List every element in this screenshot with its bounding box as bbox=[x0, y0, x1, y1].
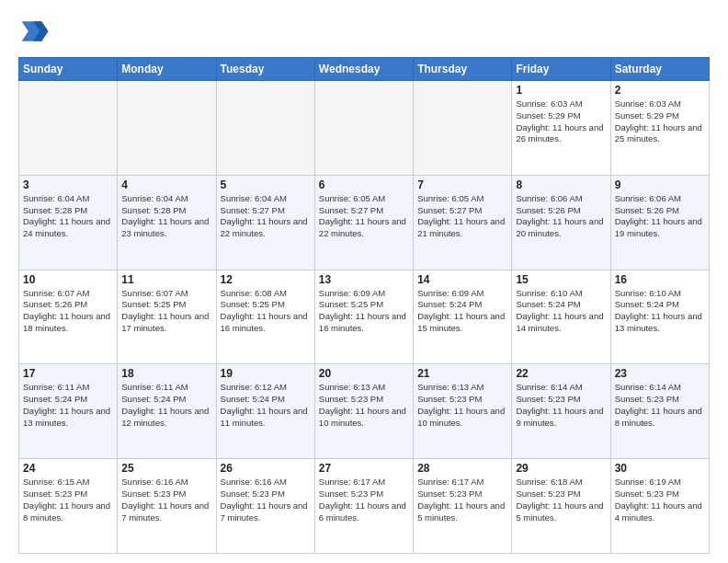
day-info: Sunrise: 6:15 AM Sunset: 5:23 PM Dayligh… bbox=[23, 477, 113, 523]
day-info: Sunrise: 6:04 AM Sunset: 5:28 PM Dayligh… bbox=[23, 193, 113, 240]
day-info: Sunrise: 6:12 AM Sunset: 5:24 PM Dayligh… bbox=[221, 382, 311, 429]
day-cell bbox=[414, 81, 512, 176]
logo-icon bbox=[18, 15, 51, 48]
day-cell: 5Sunrise: 6:04 AM Sunset: 5:27 PM Daylig… bbox=[216, 175, 314, 270]
week-row-5: 24Sunrise: 6:15 AM Sunset: 5:23 PM Dayli… bbox=[19, 459, 710, 554]
day-number: 18 bbox=[121, 367, 211, 380]
logo bbox=[18, 15, 57, 48]
day-number: 26 bbox=[221, 462, 311, 475]
day-info: Sunrise: 6:13 AM Sunset: 5:23 PM Dayligh… bbox=[319, 382, 409, 429]
day-number: 12 bbox=[221, 273, 311, 286]
day-number: 23 bbox=[615, 367, 705, 380]
day-info: Sunrise: 6:07 AM Sunset: 5:25 PM Dayligh… bbox=[121, 288, 211, 335]
day-info: Sunrise: 6:11 AM Sunset: 5:24 PM Dayligh… bbox=[23, 382, 113, 429]
weekday-sunday: Sunday bbox=[19, 58, 118, 81]
day-number: 5 bbox=[221, 178, 311, 191]
day-number: 10 bbox=[23, 273, 113, 286]
weekday-thursday: Thursday bbox=[414, 58, 512, 81]
day-info: Sunrise: 6:17 AM Sunset: 5:23 PM Dayligh… bbox=[417, 477, 507, 523]
day-number: 21 bbox=[417, 367, 507, 380]
day-info: Sunrise: 6:11 AM Sunset: 5:24 PM Dayligh… bbox=[121, 382, 211, 429]
day-cell: 20Sunrise: 6:13 AM Sunset: 5:23 PM Dayli… bbox=[314, 364, 413, 459]
day-info: Sunrise: 6:17 AM Sunset: 5:23 PM Dayligh… bbox=[319, 477, 409, 523]
day-cell: 24Sunrise: 6:15 AM Sunset: 5:23 PM Dayli… bbox=[19, 459, 118, 554]
day-cell: 10Sunrise: 6:07 AM Sunset: 5:26 PM Dayli… bbox=[19, 270, 118, 364]
day-cell: 17Sunrise: 6:11 AM Sunset: 5:24 PM Dayli… bbox=[19, 364, 118, 459]
day-cell: 25Sunrise: 6:16 AM Sunset: 5:23 PM Dayli… bbox=[118, 459, 216, 554]
day-cell: 8Sunrise: 6:06 AM Sunset: 5:26 PM Daylig… bbox=[512, 175, 610, 270]
day-info: Sunrise: 6:16 AM Sunset: 5:23 PM Dayligh… bbox=[121, 477, 211, 523]
day-number: 6 bbox=[319, 178, 409, 191]
day-number: 19 bbox=[221, 367, 311, 380]
day-number: 22 bbox=[516, 367, 606, 380]
day-cell bbox=[19, 81, 118, 176]
day-cell: 18Sunrise: 6:11 AM Sunset: 5:24 PM Dayli… bbox=[118, 364, 216, 459]
day-number: 7 bbox=[417, 178, 507, 191]
day-info: Sunrise: 6:06 AM Sunset: 5:26 PM Dayligh… bbox=[615, 193, 705, 240]
day-info: Sunrise: 6:19 AM Sunset: 5:23 PM Dayligh… bbox=[615, 477, 705, 523]
weekday-friday: Friday bbox=[512, 58, 610, 81]
calendar: SundayMondayTuesdayWednesdayThursdayFrid… bbox=[18, 57, 710, 554]
day-number: 28 bbox=[417, 462, 507, 475]
day-cell: 23Sunrise: 6:14 AM Sunset: 5:23 PM Dayli… bbox=[610, 364, 709, 459]
day-cell: 1Sunrise: 6:03 AM Sunset: 5:29 PM Daylig… bbox=[512, 81, 610, 176]
day-number: 17 bbox=[23, 367, 113, 380]
day-number: 24 bbox=[23, 462, 113, 475]
day-info: Sunrise: 6:07 AM Sunset: 5:26 PM Dayligh… bbox=[23, 288, 113, 335]
day-number: 4 bbox=[121, 178, 211, 191]
day-number: 27 bbox=[319, 462, 409, 475]
weekday-monday: Monday bbox=[118, 58, 216, 81]
day-info: Sunrise: 6:10 AM Sunset: 5:24 PM Dayligh… bbox=[516, 288, 606, 335]
week-row-1: 1Sunrise: 6:03 AM Sunset: 5:29 PM Daylig… bbox=[19, 81, 710, 176]
day-info: Sunrise: 6:06 AM Sunset: 5:26 PM Dayligh… bbox=[516, 193, 606, 240]
day-info: Sunrise: 6:18 AM Sunset: 5:23 PM Dayligh… bbox=[516, 477, 606, 523]
day-number: 9 bbox=[615, 178, 705, 191]
day-number: 3 bbox=[23, 178, 113, 191]
day-number: 20 bbox=[319, 367, 409, 380]
day-number: 2 bbox=[615, 84, 705, 97]
day-cell: 22Sunrise: 6:14 AM Sunset: 5:23 PM Dayli… bbox=[512, 364, 610, 459]
day-info: Sunrise: 6:03 AM Sunset: 5:29 PM Dayligh… bbox=[516, 98, 606, 145]
week-row-3: 10Sunrise: 6:07 AM Sunset: 5:26 PM Dayli… bbox=[19, 270, 710, 364]
day-number: 8 bbox=[516, 178, 606, 191]
day-cell: 16Sunrise: 6:10 AM Sunset: 5:24 PM Dayli… bbox=[610, 270, 709, 364]
weekday-tuesday: Tuesday bbox=[216, 58, 314, 81]
day-cell: 11Sunrise: 6:07 AM Sunset: 5:25 PM Dayli… bbox=[118, 270, 216, 364]
page: SundayMondayTuesdayWednesdayThursdayFrid… bbox=[0, 0, 728, 563]
header bbox=[18, 15, 710, 48]
day-info: Sunrise: 6:05 AM Sunset: 5:27 PM Dayligh… bbox=[417, 193, 507, 240]
day-cell: 6Sunrise: 6:05 AM Sunset: 5:27 PM Daylig… bbox=[314, 175, 413, 270]
day-number: 16 bbox=[615, 273, 705, 286]
day-cell bbox=[216, 81, 314, 176]
day-number: 1 bbox=[516, 84, 606, 97]
day-number: 15 bbox=[516, 273, 606, 286]
day-info: Sunrise: 6:09 AM Sunset: 5:24 PM Dayligh… bbox=[417, 288, 507, 335]
day-number: 30 bbox=[615, 462, 705, 475]
day-info: Sunrise: 6:16 AM Sunset: 5:23 PM Dayligh… bbox=[221, 477, 311, 523]
day-cell: 14Sunrise: 6:09 AM Sunset: 5:24 PM Dayli… bbox=[414, 270, 512, 364]
weekday-header-row: SundayMondayTuesdayWednesdayThursdayFrid… bbox=[19, 58, 710, 81]
day-cell bbox=[118, 81, 216, 176]
day-cell: 27Sunrise: 6:17 AM Sunset: 5:23 PM Dayli… bbox=[314, 459, 413, 554]
weekday-saturday: Saturday bbox=[610, 58, 709, 81]
day-number: 14 bbox=[417, 273, 507, 286]
day-cell: 9Sunrise: 6:06 AM Sunset: 5:26 PM Daylig… bbox=[610, 175, 709, 270]
day-info: Sunrise: 6:14 AM Sunset: 5:23 PM Dayligh… bbox=[516, 382, 606, 429]
day-cell: 21Sunrise: 6:13 AM Sunset: 5:23 PM Dayli… bbox=[414, 364, 512, 459]
day-number: 25 bbox=[121, 462, 211, 475]
week-row-4: 17Sunrise: 6:11 AM Sunset: 5:24 PM Dayli… bbox=[19, 364, 710, 459]
day-info: Sunrise: 6:04 AM Sunset: 5:27 PM Dayligh… bbox=[221, 193, 311, 240]
day-info: Sunrise: 6:03 AM Sunset: 5:29 PM Dayligh… bbox=[615, 98, 705, 145]
day-cell: 13Sunrise: 6:09 AM Sunset: 5:25 PM Dayli… bbox=[314, 270, 413, 364]
day-cell: 30Sunrise: 6:19 AM Sunset: 5:23 PM Dayli… bbox=[610, 459, 709, 554]
day-info: Sunrise: 6:10 AM Sunset: 5:24 PM Dayligh… bbox=[615, 288, 705, 335]
day-cell: 19Sunrise: 6:12 AM Sunset: 5:24 PM Dayli… bbox=[216, 364, 314, 459]
day-info: Sunrise: 6:13 AM Sunset: 5:23 PM Dayligh… bbox=[417, 382, 507, 429]
day-info: Sunrise: 6:14 AM Sunset: 5:23 PM Dayligh… bbox=[615, 382, 705, 429]
calendar-header: SundayMondayTuesdayWednesdayThursdayFrid… bbox=[19, 58, 710, 81]
day-info: Sunrise: 6:04 AM Sunset: 5:28 PM Dayligh… bbox=[121, 193, 211, 240]
weekday-wednesday: Wednesday bbox=[314, 58, 413, 81]
day-number: 13 bbox=[319, 273, 409, 286]
day-info: Sunrise: 6:08 AM Sunset: 5:25 PM Dayligh… bbox=[221, 288, 311, 335]
day-number: 29 bbox=[516, 462, 606, 475]
